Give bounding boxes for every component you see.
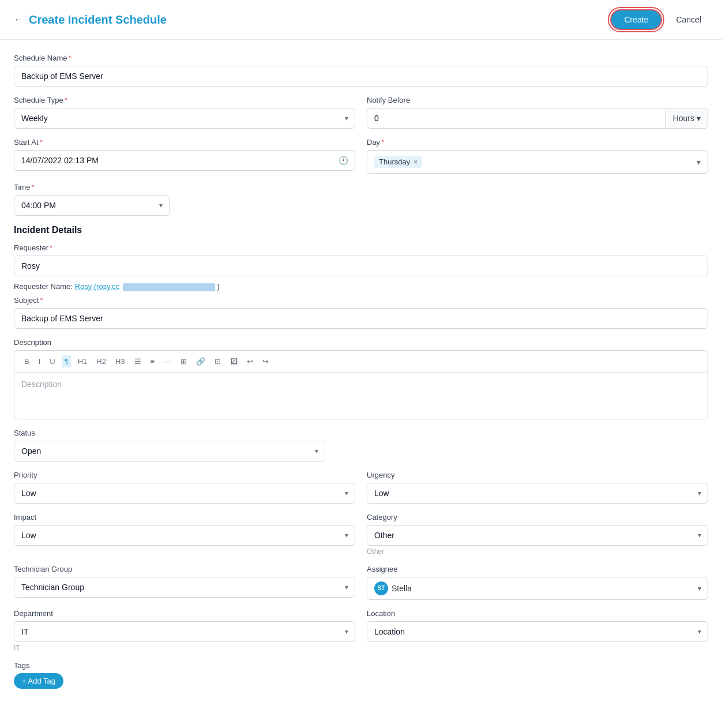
location-col: Location Location: [367, 609, 708, 652]
schedule-name-label: Schedule Name*: [14, 54, 708, 62]
schedule-type-label: Schedule Type*: [14, 96, 355, 104]
department-select[interactable]: IT HR Finance: [14, 621, 355, 642]
image-button[interactable]: 🖼: [227, 355, 240, 367]
requester-hint: Requester Name: Rosy (rosy.cc ): [14, 282, 708, 291]
paragraph-button[interactable]: ¶: [62, 355, 72, 367]
editor-toolbar: B I U ¶ H1 H2 H3 ☰ ≡ — ⊞ 🔗 ⊡ 🖼 ↩ ↪: [14, 351, 708, 373]
embed-button[interactable]: ⊡: [212, 355, 224, 367]
notify-before-row: Hours ▾: [367, 108, 708, 129]
category-hint: Other: [367, 547, 708, 556]
location-wrapper[interactable]: Location: [367, 621, 708, 642]
description-label: Description: [14, 338, 708, 347]
tech-group-select[interactable]: Technician Group: [14, 577, 355, 598]
assignee-select-display[interactable]: ST Stella: [367, 577, 708, 600]
schedule-type-wrapper[interactable]: Weekly Daily Monthly: [14, 108, 355, 129]
redo-button[interactable]: ↪: [260, 355, 272, 367]
urgency-col: Urgency Low Medium High: [367, 471, 708, 504]
time-select-wrapper[interactable]: 04:00 PM 05:00 PM 06:00 PM: [14, 195, 170, 216]
requester-label: Requester*: [14, 243, 708, 252]
schedule-type-row: Schedule Type* Weekly Daily Monthly Noti…: [14, 96, 708, 129]
notify-before-col: Notify Before Hours ▾: [367, 96, 708, 129]
urgency-wrapper[interactable]: Low Medium High: [367, 483, 708, 504]
day-label: Day*: [367, 138, 708, 147]
priority-select[interactable]: Low Medium High: [14, 483, 355, 504]
priority-col: Priority Low Medium High: [14, 471, 355, 504]
status-select[interactable]: Open Closed: [14, 441, 325, 461]
bullet-list-button[interactable]: ☰: [131, 355, 144, 367]
start-at-label: Start At*: [14, 138, 355, 147]
requester-email-blurred: [123, 283, 215, 291]
form-body: Schedule Name* Schedule Type* Weekly Dai…: [0, 40, 722, 703]
department-hint: IT: [14, 644, 355, 652]
assignee-wrapper[interactable]: ST Stella ▾: [367, 577, 708, 600]
incident-details-title: Incident Details: [14, 225, 708, 235]
impact-col: Impact Low Medium High: [14, 513, 355, 556]
cancel-button[interactable]: Cancel: [669, 10, 708, 29]
priority-wrapper[interactable]: Low Medium High: [14, 483, 355, 504]
start-at-wrapper: 🕐: [14, 150, 355, 171]
bold-button[interactable]: B: [21, 355, 32, 367]
notify-before-input[interactable]: [367, 108, 665, 129]
underline-button[interactable]: U: [47, 355, 58, 367]
status-section: Status Open Closed: [14, 429, 325, 461]
table-button[interactable]: ⊞: [178, 355, 190, 367]
start-at-row: Start At* 🕐 Day* Thursday ×: [14, 138, 708, 174]
add-tag-button[interactable]: + Add Tag: [14, 673, 63, 689]
h2-button[interactable]: H2: [93, 355, 109, 367]
time-select[interactable]: 04:00 PM 05:00 PM 06:00 PM: [14, 195, 170, 216]
status-wrapper[interactable]: Open Closed: [14, 441, 325, 461]
tech-group-assignee-row: Technician Group Technician Group Assign…: [14, 565, 708, 600]
ordered-list-button[interactable]: ≡: [148, 355, 158, 367]
impact-label: Impact: [14, 513, 355, 521]
department-wrapper[interactable]: IT HR Finance: [14, 621, 355, 642]
header-actions: Create Cancel: [610, 9, 708, 30]
time-section: Time* 04:00 PM 05:00 PM 06:00 PM: [14, 183, 170, 216]
requester-name-link[interactable]: Rosy (rosy.cc: [75, 282, 120, 291]
status-label: Status: [14, 429, 325, 437]
requester-input[interactable]: [14, 256, 708, 276]
urgency-select[interactable]: Low Medium High: [367, 483, 708, 504]
subject-label: Subject*: [14, 296, 708, 305]
impact-wrapper[interactable]: Low Medium High: [14, 525, 355, 546]
create-button[interactable]: Create: [610, 9, 662, 30]
category-wrapper[interactable]: Other Hardware Software: [367, 525, 708, 546]
start-at-input[interactable]: [14, 150, 355, 171]
remove-thursday-button[interactable]: ×: [413, 158, 418, 166]
priority-urgency-row: Priority Low Medium High Urgency Low Med…: [14, 471, 708, 504]
category-col: Category Other Hardware Software Other: [367, 513, 708, 556]
location-label: Location: [367, 609, 708, 618]
description-editor: B I U ¶ H1 H2 H3 ☰ ≡ — ⊞ 🔗 ⊡ 🖼 ↩ ↪: [14, 350, 708, 419]
location-select[interactable]: Location: [367, 621, 708, 642]
incident-details-section: Incident Details Requester* Requester Na…: [14, 225, 708, 419]
schedule-type-select[interactable]: Weekly Daily Monthly: [14, 108, 355, 129]
description-content[interactable]: Description: [14, 373, 708, 419]
start-at-col: Start At* 🕐: [14, 138, 355, 174]
back-arrow-icon[interactable]: ←: [14, 14, 23, 25]
time-label: Time*: [14, 183, 170, 192]
department-col: Department IT HR Finance IT: [14, 609, 355, 652]
day-select-box[interactable]: Thursday × ▾: [367, 150, 708, 174]
tags-section: Tags + Add Tag: [14, 661, 708, 689]
category-select[interactable]: Other Hardware Software: [367, 525, 708, 546]
link-button[interactable]: 🔗: [193, 355, 208, 367]
hr-button[interactable]: —: [161, 355, 174, 367]
tech-group-wrapper[interactable]: Technician Group: [14, 577, 355, 598]
header-left: ← Create Incident Schedule: [14, 13, 167, 27]
subject-input[interactable]: [14, 308, 708, 329]
h1-button[interactable]: H1: [75, 355, 91, 367]
day-chevron-icon: ▾: [697, 157, 701, 167]
schedule-name-section: Schedule Name*: [14, 54, 708, 87]
dept-location-row: Department IT HR Finance IT Location Loc…: [14, 609, 708, 652]
h3-button[interactable]: H3: [112, 355, 128, 367]
page-container: ← Create Incident Schedule Create Cancel…: [0, 0, 722, 728]
schedule-name-input[interactable]: [14, 66, 708, 87]
assignee-value: Stella: [392, 584, 412, 593]
notify-before-unit[interactable]: Hours ▾: [665, 108, 708, 129]
impact-select[interactable]: Low Medium High: [14, 525, 355, 546]
priority-label: Priority: [14, 471, 355, 479]
assignee-label: Assignee: [367, 565, 708, 573]
header: ← Create Incident Schedule Create Cancel: [0, 0, 722, 40]
italic-button[interactable]: I: [36, 355, 44, 367]
assignee-avatar: ST: [374, 581, 388, 595]
undo-button[interactable]: ↩: [244, 355, 256, 367]
